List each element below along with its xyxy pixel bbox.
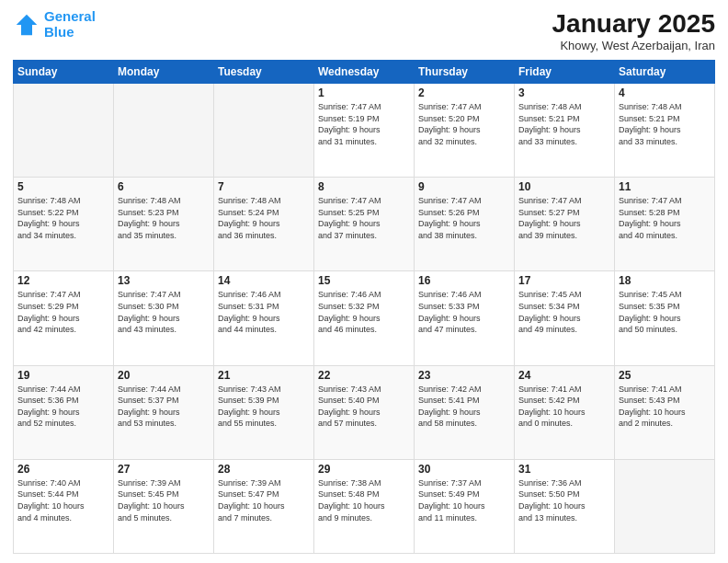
day-number: 18 — [619, 274, 711, 287]
weekday-header: Tuesday — [214, 61, 314, 84]
logo-text: General Blue — [44, 9, 96, 40]
day-number: 14 — [218, 274, 310, 287]
calendar-cell — [14, 84, 114, 178]
day-number: 23 — [418, 369, 510, 382]
page: General Blue January 2025 Khowy, West Az… — [0, 0, 728, 563]
calendar-week-row: 12Sunrise: 7:47 AMSunset: 5:29 PMDayligh… — [14, 271, 715, 365]
calendar-cell: 3Sunrise: 7:48 AMSunset: 5:21 PMDaylight… — [515, 84, 615, 178]
day-number: 8 — [318, 180, 410, 193]
calendar-cell: 7Sunrise: 7:48 AMSunset: 5:24 PMDaylight… — [214, 178, 314, 271]
logo-line1: General — [44, 8, 96, 24]
calendar-cell: 11Sunrise: 7:47 AMSunset: 5:28 PMDayligh… — [615, 178, 715, 271]
day-info: Sunrise: 7:47 AMSunset: 5:30 PMDaylight:… — [118, 289, 210, 335]
day-number: 6 — [118, 180, 210, 193]
day-info: Sunrise: 7:47 AMSunset: 5:27 PMDaylight:… — [518, 195, 610, 241]
day-info: Sunrise: 7:46 AMSunset: 5:31 PMDaylight:… — [218, 289, 310, 335]
calendar-cell: 20Sunrise: 7:44 AMSunset: 5:37 PMDayligh… — [114, 365, 214, 459]
day-number: 24 — [518, 369, 610, 382]
day-info: Sunrise: 7:38 AMSunset: 5:48 PMDaylight:… — [318, 477, 410, 523]
day-info: Sunrise: 7:41 AMSunset: 5:43 PMDaylight:… — [619, 384, 711, 430]
calendar-cell: 30Sunrise: 7:37 AMSunset: 5:49 PMDayligh… — [415, 459, 515, 553]
day-number: 7 — [218, 180, 310, 193]
weekday-header: Friday — [515, 61, 615, 84]
weekday-header: Monday — [114, 61, 214, 84]
day-number: 21 — [218, 369, 310, 382]
day-info: Sunrise: 7:45 AMSunset: 5:34 PMDaylight:… — [518, 289, 610, 335]
day-info: Sunrise: 7:41 AMSunset: 5:42 PMDaylight:… — [518, 384, 610, 430]
weekday-header: Sunday — [14, 61, 114, 84]
day-number: 19 — [17, 369, 109, 382]
calendar-cell: 26Sunrise: 7:40 AMSunset: 5:44 PMDayligh… — [14, 459, 114, 553]
day-info: Sunrise: 7:47 AMSunset: 5:20 PMDaylight:… — [418, 101, 510, 147]
calendar-week-row: 5Sunrise: 7:48 AMSunset: 5:22 PMDaylight… — [14, 178, 715, 271]
calendar-cell: 6Sunrise: 7:48 AMSunset: 5:23 PMDaylight… — [114, 178, 214, 271]
day-info: Sunrise: 7:47 AMSunset: 5:26 PMDaylight:… — [418, 195, 510, 241]
calendar-cell — [114, 84, 214, 178]
day-number: 10 — [518, 180, 610, 193]
day-info: Sunrise: 7:48 AMSunset: 5:23 PMDaylight:… — [118, 195, 210, 241]
calendar-cell: 14Sunrise: 7:46 AMSunset: 5:31 PMDayligh… — [214, 271, 314, 365]
calendar-cell: 19Sunrise: 7:44 AMSunset: 5:36 PMDayligh… — [14, 365, 114, 459]
title-block: January 2025 Khowy, West Azerbaijan, Ira… — [552, 9, 715, 52]
calendar-cell: 28Sunrise: 7:39 AMSunset: 5:47 PMDayligh… — [214, 459, 314, 553]
day-number: 16 — [418, 274, 510, 287]
calendar-cell: 1Sunrise: 7:47 AMSunset: 5:19 PMDaylight… — [314, 84, 415, 178]
day-info: Sunrise: 7:37 AMSunset: 5:49 PMDaylight:… — [418, 477, 510, 523]
day-number: 1 — [318, 86, 410, 99]
day-info: Sunrise: 7:48 AMSunset: 5:24 PMDaylight:… — [218, 195, 310, 241]
main-title: January 2025 — [552, 9, 715, 39]
calendar-cell — [214, 84, 314, 178]
day-number: 20 — [118, 369, 210, 382]
calendar-cell: 10Sunrise: 7:47 AMSunset: 5:27 PMDayligh… — [515, 178, 615, 271]
day-info: Sunrise: 7:46 AMSunset: 5:32 PMDaylight:… — [318, 289, 410, 335]
day-info: Sunrise: 7:44 AMSunset: 5:37 PMDaylight:… — [118, 384, 210, 430]
day-info: Sunrise: 7:48 AMSunset: 5:22 PMDaylight:… — [17, 195, 109, 241]
calendar-cell: 9Sunrise: 7:47 AMSunset: 5:26 PMDaylight… — [415, 178, 515, 271]
day-number: 26 — [17, 463, 109, 476]
day-info: Sunrise: 7:45 AMSunset: 5:35 PMDaylight:… — [619, 289, 711, 335]
weekday-header-row: SundayMondayTuesdayWednesdayThursdayFrid… — [14, 61, 715, 84]
calendar-cell: 23Sunrise: 7:42 AMSunset: 5:41 PMDayligh… — [415, 365, 515, 459]
day-number: 25 — [619, 369, 711, 382]
day-info: Sunrise: 7:48 AMSunset: 5:21 PMDaylight:… — [619, 101, 711, 147]
calendar-table: SundayMondayTuesdayWednesdayThursdayFrid… — [13, 60, 715, 554]
day-number: 29 — [318, 463, 410, 476]
day-number: 4 — [619, 86, 711, 99]
day-number: 13 — [118, 274, 210, 287]
day-info: Sunrise: 7:39 AMSunset: 5:45 PMDaylight:… — [118, 477, 210, 523]
svg-marker-0 — [17, 14, 38, 35]
calendar-week-row: 1Sunrise: 7:47 AMSunset: 5:19 PMDaylight… — [14, 84, 715, 178]
calendar-week-row: 26Sunrise: 7:40 AMSunset: 5:44 PMDayligh… — [14, 459, 715, 553]
day-info: Sunrise: 7:48 AMSunset: 5:21 PMDaylight:… — [518, 101, 610, 147]
weekday-header: Thursday — [415, 61, 515, 84]
calendar-cell: 16Sunrise: 7:46 AMSunset: 5:33 PMDayligh… — [415, 271, 515, 365]
calendar-cell: 13Sunrise: 7:47 AMSunset: 5:30 PMDayligh… — [114, 271, 214, 365]
calendar-cell: 21Sunrise: 7:43 AMSunset: 5:39 PMDayligh… — [214, 365, 314, 459]
day-number: 31 — [518, 463, 610, 476]
day-info: Sunrise: 7:47 AMSunset: 5:29 PMDaylight:… — [17, 289, 109, 335]
day-info: Sunrise: 7:47 AMSunset: 5:19 PMDaylight:… — [318, 101, 410, 147]
day-number: 17 — [518, 274, 610, 287]
day-number: 12 — [17, 274, 109, 287]
calendar-cell: 12Sunrise: 7:47 AMSunset: 5:29 PMDayligh… — [14, 271, 114, 365]
calendar-cell: 31Sunrise: 7:36 AMSunset: 5:50 PMDayligh… — [515, 459, 615, 553]
calendar-cell: 15Sunrise: 7:46 AMSunset: 5:32 PMDayligh… — [314, 271, 415, 365]
calendar-week-row: 19Sunrise: 7:44 AMSunset: 5:36 PMDayligh… — [14, 365, 715, 459]
calendar-cell: 18Sunrise: 7:45 AMSunset: 5:35 PMDayligh… — [615, 271, 715, 365]
day-number: 5 — [17, 180, 109, 193]
logo-line2: Blue — [44, 24, 74, 40]
calendar-cell: 24Sunrise: 7:41 AMSunset: 5:42 PMDayligh… — [515, 365, 615, 459]
day-info: Sunrise: 7:46 AMSunset: 5:33 PMDaylight:… — [418, 289, 510, 335]
weekday-header: Wednesday — [314, 61, 415, 84]
day-number: 27 — [118, 463, 210, 476]
day-info: Sunrise: 7:39 AMSunset: 5:47 PMDaylight:… — [218, 477, 310, 523]
day-number: 9 — [418, 180, 510, 193]
header: General Blue January 2025 Khowy, West Az… — [13, 9, 715, 52]
calendar-cell: 29Sunrise: 7:38 AMSunset: 5:48 PMDayligh… — [314, 459, 415, 553]
day-number: 15 — [318, 274, 410, 287]
calendar-cell: 8Sunrise: 7:47 AMSunset: 5:25 PMDaylight… — [314, 178, 415, 271]
day-number: 22 — [318, 369, 410, 382]
day-number: 28 — [218, 463, 310, 476]
day-info: Sunrise: 7:42 AMSunset: 5:41 PMDaylight:… — [418, 384, 510, 430]
logo-icon — [13, 11, 40, 39]
